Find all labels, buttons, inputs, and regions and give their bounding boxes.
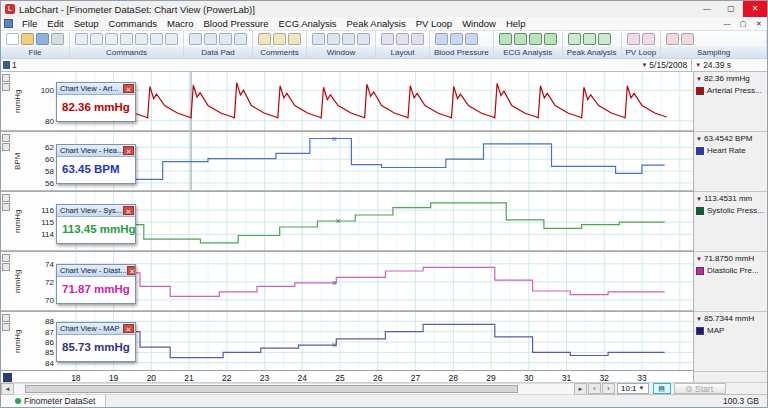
channel-menu-icon[interactable]: [2, 314, 10, 322]
datapad-view-icon[interactable]: [189, 33, 202, 45]
plot-systolic-pressure[interactable]: ×: [57, 192, 693, 250]
menu-help[interactable]: Help: [501, 18, 531, 29]
minimize-button[interactable]: —: [695, 1, 719, 17]
channel-scale-icon[interactable]: [2, 83, 10, 91]
redo-icon[interactable]: [165, 33, 178, 45]
layout-single-icon[interactable]: [381, 33, 394, 45]
bp-settings-icon[interactable]: [435, 33, 448, 45]
mini-window-diastolic[interactable]: Chart View - Diast...✕ 71.87 mmHg: [56, 264, 136, 304]
channel-scale-icon[interactable]: [2, 323, 10, 331]
channel-scale-icon[interactable]: [2, 263, 10, 271]
menu-commands[interactable]: Commands: [104, 18, 163, 29]
pvloop-view-icon[interactable]: [642, 33, 655, 45]
ecg-settings-icon[interactable]: [499, 33, 512, 45]
mdi-close-button[interactable]: ✕: [751, 17, 767, 30]
channel-settings-buttons[interactable]: [1, 312, 13, 370]
menu-setup[interactable]: Setup: [69, 18, 104, 29]
close-icon[interactable]: ✕: [123, 84, 134, 93]
datapad-table-icon[interactable]: [219, 33, 232, 45]
mini-window-systolic[interactable]: Chart View - Sys...✕ 113.45 mmHg: [56, 204, 136, 244]
ecg-report-icon[interactable]: [544, 33, 557, 45]
bp-report-icon[interactable]: [465, 33, 478, 45]
zoom-ratio-select[interactable]: 10:1▼: [617, 383, 649, 394]
close-button[interactable]: ✕: [743, 1, 767, 17]
ecg-averaging-icon[interactable]: [514, 33, 527, 45]
add-to-datapad-icon[interactable]: [75, 33, 88, 45]
channel-section-map[interactable]: ▼85.7344 mmH MAP: [694, 312, 767, 372]
document-tab[interactable]: Finometer DataSet: [1, 395, 106, 407]
comment-add-icon[interactable]: [258, 33, 271, 45]
scroll-left-icon[interactable]: ◄: [1, 383, 14, 395]
peak-table-icon[interactable]: [598, 33, 611, 45]
scrollbar-thumb[interactable]: [25, 385, 518, 393]
close-icon[interactable]: ✕: [127, 266, 135, 275]
channel-section-arterial[interactable]: ▼82.36 mmHg Arterial Press...: [694, 72, 767, 132]
peak-settings-icon[interactable]: [568, 33, 581, 45]
channel-section-systolic[interactable]: ▼113.4531 mm Systolic Press...: [694, 192, 767, 252]
menu-ecg-analysis[interactable]: ECG Analysis: [273, 18, 341, 29]
plot-map[interactable]: ×: [57, 312, 693, 370]
paste-icon[interactable]: [120, 33, 133, 45]
mini-window-map[interactable]: Chart View - MAP✕ 85.73 mmHg: [56, 322, 136, 362]
start-button[interactable]: Start: [674, 383, 726, 394]
plot-heart-rate[interactable]: ×: [57, 132, 693, 190]
menu-peak-analysis[interactable]: Peak Analysis: [342, 18, 411, 29]
window-split-icon[interactable]: [357, 33, 370, 45]
menu-pv-loop[interactable]: PV Loop: [411, 18, 457, 29]
layout-stacked-icon[interactable]: [396, 33, 409, 45]
datapad-export-icon[interactable]: [234, 33, 247, 45]
mdi-minimize-button[interactable]: —: [719, 17, 735, 30]
record-date[interactable]: ▼ 5/15/2008: [641, 60, 687, 70]
scissors-icon[interactable]: [90, 33, 103, 45]
channel-section-diastolic[interactable]: ▼71.8750 mmH Diastolic Pre...: [694, 252, 767, 312]
window-cascade-icon[interactable]: [327, 33, 340, 45]
channel-menu-icon[interactable]: [2, 134, 10, 142]
menu-file[interactable]: File: [17, 18, 42, 29]
open-file-icon[interactable]: [21, 33, 34, 45]
scroll-right-icon[interactable]: ►: [574, 383, 587, 395]
plot-arterial-pressure[interactable]: [57, 72, 693, 130]
zoom-icon[interactable]: [135, 33, 148, 45]
channel-settings-buttons[interactable]: [1, 252, 13, 310]
sampling-start-icon[interactable]: [681, 33, 694, 45]
channel-scale-icon[interactable]: [2, 203, 10, 211]
window-zoom-icon[interactable]: [342, 33, 355, 45]
channel-section-heart-rate[interactable]: ▼63.4542 BPM Heart Rate: [694, 132, 767, 192]
undo-icon[interactable]: [150, 33, 163, 45]
mini-window-arterial[interactable]: Chart View - Art...✕ 82.36 mmHg: [56, 82, 136, 122]
plot-diastolic-pressure[interactable]: ×: [57, 252, 693, 310]
maximize-button[interactable]: ▢: [719, 1, 743, 17]
time-axis-menu-button[interactable]: [3, 373, 12, 382]
mini-window-heart-rate[interactable]: Chart View - Hea...✕ 63.45 BPM: [56, 144, 136, 184]
pvloop-settings-icon[interactable]: [627, 33, 640, 45]
close-icon[interactable]: ✕: [123, 146, 134, 155]
sampling-settings-icon[interactable]: [666, 33, 679, 45]
menu-blood-pressure[interactable]: Blood Pressure: [199, 18, 274, 29]
channel-settings-buttons[interactable]: [1, 72, 13, 130]
channel-menu-icon[interactable]: [2, 74, 10, 82]
comment-list-icon[interactable]: [273, 33, 286, 45]
channel-menu-icon[interactable]: [2, 254, 10, 262]
view-duration[interactable]: ▼ 24.39 s: [691, 59, 767, 71]
new-file-icon[interactable]: [6, 33, 19, 45]
layout-overlay-icon[interactable]: [411, 33, 424, 45]
print-icon[interactable]: [51, 33, 64, 45]
save-icon[interactable]: [36, 33, 49, 45]
menu-edit[interactable]: Edit: [42, 18, 68, 29]
peak-view-icon[interactable]: [583, 33, 596, 45]
window-tile-icon[interactable]: [312, 33, 325, 45]
scroll-mode-button[interactable]: ▤: [653, 383, 671, 394]
mdi-restore-button[interactable]: ▢: [735, 17, 751, 30]
channel-settings-buttons[interactable]: [1, 132, 13, 190]
expand-time-icon[interactable]: ›: [602, 383, 615, 394]
copy-icon[interactable]: [105, 33, 118, 45]
channel-settings-buttons[interactable]: [1, 192, 13, 250]
compress-time-icon[interactable]: ‹: [588, 383, 601, 394]
channel-scale-icon[interactable]: [2, 143, 10, 151]
comment-find-icon[interactable]: [288, 33, 301, 45]
close-icon[interactable]: ✕: [123, 206, 134, 215]
bp-view-icon[interactable]: [450, 33, 463, 45]
ecg-table-icon[interactable]: [529, 33, 542, 45]
menu-window[interactable]: Window: [457, 18, 501, 29]
close-icon[interactable]: ✕: [123, 324, 134, 333]
